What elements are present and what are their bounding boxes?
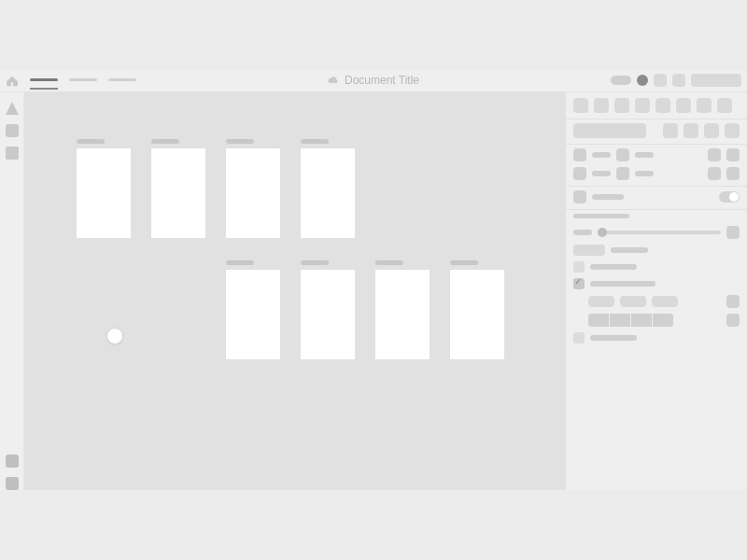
align-row <box>573 98 740 113</box>
presence-dot[interactable] <box>637 75 648 86</box>
artboard[interactable] <box>77 148 131 238</box>
align-btn[interactable] <box>655 98 670 113</box>
check-label-a <box>590 264 637 270</box>
seg-btn[interactable] <box>726 314 740 327</box>
cloud-icon <box>328 77 339 84</box>
blend-field[interactable] <box>573 245 605 256</box>
w-field[interactable] <box>592 171 611 176</box>
titlebar: Document Title <box>0 70 747 92</box>
checkbox-c[interactable] <box>573 332 585 343</box>
mini-btn[interactable] <box>663 123 678 138</box>
toolbar-sq-2[interactable] <box>672 74 685 87</box>
segmented[interactable] <box>588 314 673 327</box>
toolstrip <box>0 92 24 490</box>
y-icon <box>616 148 629 161</box>
align-btn[interactable] <box>697 98 712 113</box>
opt-icon[interactable] <box>708 167 721 180</box>
h-icon <box>616 167 629 180</box>
checkbox-a[interactable] <box>573 261 585 273</box>
sub-field-2[interactable] <box>620 296 646 307</box>
opacity-label <box>573 230 592 235</box>
align-btn[interactable] <box>635 98 650 113</box>
y-field[interactable] <box>635 152 654 158</box>
lock-icon[interactable] <box>708 148 721 161</box>
check-label-c <box>590 335 637 341</box>
doc-title: Document Title <box>345 74 419 87</box>
sub-field-3[interactable] <box>652 296 678 307</box>
align-btn[interactable] <box>717 98 732 113</box>
artboard[interactable] <box>301 270 355 359</box>
opt-icon[interactable] <box>726 167 740 180</box>
sub-field-1[interactable] <box>588 296 614 307</box>
collab-cursor <box>106 328 123 344</box>
tab-0[interactable] <box>30 73 58 90</box>
artboard[interactable] <box>151 148 205 238</box>
bottom-tool-b[interactable] <box>6 477 19 490</box>
flag-icon <box>573 190 586 203</box>
inspector <box>565 92 747 490</box>
h-field[interactable] <box>635 171 654 176</box>
check-label-b <box>590 281 655 287</box>
mini-btn[interactable] <box>725 123 740 138</box>
shape-tool-icon[interactable] <box>6 124 19 137</box>
tab-2[interactable] <box>108 73 136 90</box>
artboard[interactable] <box>301 148 355 238</box>
align-btn[interactable] <box>676 98 691 113</box>
mini-btn[interactable] <box>704 123 719 138</box>
w-icon <box>573 167 586 180</box>
align-btn[interactable] <box>614 98 629 113</box>
doc-tabs <box>30 73 136 90</box>
pointer-tool-icon[interactable] <box>6 102 19 115</box>
toggle[interactable] <box>719 191 740 203</box>
align-btn[interactable] <box>594 98 609 113</box>
zoom-pill[interactable] <box>611 76 631 85</box>
tab-1[interactable] <box>69 73 97 90</box>
rect-tool-icon[interactable] <box>6 147 19 160</box>
home-button[interactable] <box>0 70 24 92</box>
opacity-val[interactable] <box>726 226 740 239</box>
blend-label <box>611 247 648 253</box>
checkbox-b[interactable] <box>573 278 585 289</box>
opt-icon[interactable] <box>726 148 740 161</box>
wide-field[interactable] <box>573 123 646 138</box>
label-chip <box>592 194 624 200</box>
toolbar-sq-1[interactable] <box>654 74 667 87</box>
sub-btn[interactable] <box>726 295 740 308</box>
opacity-slider[interactable] <box>598 231 721 234</box>
section-title <box>573 214 629 218</box>
mini-btn[interactable] <box>684 123 698 138</box>
artboard[interactable] <box>375 270 430 359</box>
share-button[interactable] <box>691 74 741 87</box>
artboard[interactable] <box>450 270 504 359</box>
home-icon <box>6 76 19 87</box>
align-btn[interactable] <box>573 98 588 113</box>
bottom-tool-a[interactable] <box>6 455 19 468</box>
x-icon <box>573 148 586 161</box>
x-field[interactable] <box>592 152 611 158</box>
canvas[interactable] <box>24 92 565 490</box>
artboard[interactable] <box>226 270 280 359</box>
artboard[interactable] <box>226 148 280 238</box>
